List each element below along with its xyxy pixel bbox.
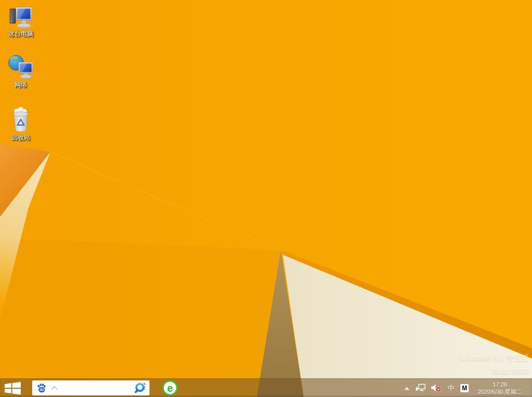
hidden-icons-button[interactable] [403,379,411,397]
hidden-icons-arrow-icon [403,385,411,392]
desktop: 这台电脑 网络 [0,0,532,397]
volume-muted-tray-icon[interactable] [431,379,442,397]
desktop-icon-this-pc[interactable]: 这台电脑 [4,3,37,37]
recycle-bin-icon [4,107,37,133]
taskbar-clock[interactable]: 17:28 2020/6/30 星期二 [470,379,529,397]
network-tray-icon[interactable] [415,379,426,397]
desktop-icon-network[interactable]: 网络 [4,54,37,88]
windows-logo-icon [4,381,21,395]
watermark-edition: Windows 8.1 专业版 [459,351,529,364]
network-icon [4,54,37,80]
desktop-icon-label: 回收站 [4,134,37,141]
system-tray: 中 M [403,379,469,397]
this-pc-icon [4,3,37,29]
watermark-build: Build 9600 [459,364,529,377]
pinned-app-green-e-browser[interactable]: e [161,379,179,396]
ime-mode-indicator: M [460,384,469,392]
green-e-icon: e [162,380,178,396]
ime-language-indicator[interactable]: 中 [446,379,456,397]
os-watermark: Windows 8.1 专业版 Build 9600 [459,351,529,377]
baidu-search-icon[interactable] [133,381,146,394]
clock-date: 2020/6/30 星期二 [470,388,529,395]
start-button[interactable] [0,379,25,397]
taskbar: du e [0,378,532,397]
ime-mode-button[interactable]: M [460,379,469,397]
wired-network-icon [415,384,426,392]
taskbar-search-box[interactable]: du [32,380,149,395]
search-input[interactable] [58,382,133,394]
desktop-icon-recycle-bin[interactable]: 回收站 [4,107,37,141]
desktop-icon-label: 网络 [4,81,37,88]
desktop-icon-label: 这台电脑 [4,30,37,37]
baidu-paw-icon: du [36,382,47,393]
volume-muted-icon [431,384,442,392]
desktop-wallpaper [0,0,532,397]
svg-text:du: du [39,388,44,391]
chevron-up-icon[interactable] [51,386,58,390]
clock-time: 17:28 [470,381,529,388]
svg-text:e: e [167,382,172,394]
